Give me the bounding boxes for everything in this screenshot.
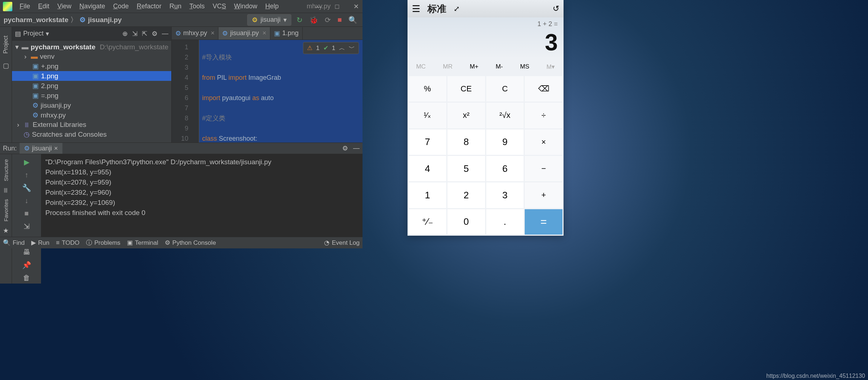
prev-icon[interactable]: ︿: [339, 44, 345, 52]
hide-icon[interactable]: —: [353, 144, 360, 152]
menu-edit[interactable]: Edit: [34, 1, 53, 12]
menu-code[interactable]: Code: [110, 1, 132, 12]
sb-terminal[interactable]: ▣ Terminal: [127, 239, 158, 247]
btn-2[interactable]: 2: [447, 182, 485, 208]
mem-mplus[interactable]: M+: [467, 62, 481, 72]
menu-view[interactable]: View: [54, 1, 75, 12]
toolwindow-icon[interactable]: ▢: [3, 59, 9, 72]
history-icon[interactable]: ↺: [553, 4, 559, 13]
stop-button[interactable]: ■: [23, 208, 30, 219]
breadcrumb[interactable]: pycharm_workstate 〉 ⚙ jisuanji.py: [4, 15, 122, 25]
console-output[interactable]: "D:\Program Files\Python37\python.exe" D…: [41, 154, 363, 284]
sb-problems[interactable]: ⓘ Problems: [86, 239, 120, 247]
btn-c[interactable]: C: [486, 76, 524, 102]
tree-file-jisuanji[interactable]: ⚙jisuanji.py: [12, 100, 171, 110]
expand-all-icon[interactable]: ⇲: [132, 30, 138, 38]
down-button[interactable]: ↓: [23, 195, 30, 206]
dropdown-icon[interactable]: ▾: [46, 30, 49, 38]
sb-find[interactable]: 🔍 Find: [3, 239, 25, 247]
mem-mr[interactable]: MR: [440, 62, 455, 72]
favorites-toolwindow-tab[interactable]: Favorites: [2, 195, 10, 225]
tree-external-libraries[interactable]: › ⫼ External Libraries: [12, 120, 171, 129]
btn-square[interactable]: x²: [447, 103, 485, 128]
tree-file-2-png[interactable]: ▣2.png: [12, 81, 171, 91]
tree-file-mhxy[interactable]: ⚙mhxy.py: [12, 110, 171, 120]
close-tab-icon[interactable]: ×: [211, 29, 215, 37]
btn-sqrt[interactable]: ²√x: [486, 103, 524, 128]
settings-icon[interactable]: ⚙: [152, 30, 157, 38]
tree-project-root[interactable]: ▾ ▬ pycharm_workstate D:\pycharm_worksta…: [12, 42, 171, 52]
menu-run[interactable]: Run: [166, 1, 185, 12]
tree-venv[interactable]: › ▬ venv: [12, 52, 171, 61]
btn-3[interactable]: 3: [486, 182, 524, 208]
btn-1[interactable]: 1: [409, 182, 446, 208]
wrench-button[interactable]: 🔧: [21, 182, 33, 194]
tree-file-eq-png[interactable]: ▣=.png: [12, 91, 171, 100]
editor[interactable]: 1 2 3 4 5 6 7 8 9 10 #导入模块 from PIL impo…: [172, 40, 363, 142]
btn-9[interactable]: 9: [486, 129, 524, 155]
export-button[interactable]: ⇲: [22, 220, 31, 232]
inspection-widget[interactable]: ⚠1 ✔1 ︿ ﹀: [303, 42, 359, 54]
pin-button[interactable]: 📌: [21, 259, 33, 271]
btn-multiply[interactable]: ×: [525, 129, 562, 155]
menu-window[interactable]: Window: [230, 1, 261, 12]
tab-jisuanji[interactable]: ⚙jisuanji.py×: [218, 27, 270, 40]
sb-todo[interactable]: ≡ TODO: [56, 239, 79, 247]
hide-icon[interactable]: —: [162, 30, 168, 38]
run-panel-tab[interactable]: ⚙ jisuanji ×: [20, 143, 62, 154]
breadcrumb-root[interactable]: pycharm_workstate: [4, 16, 68, 24]
btn-equals[interactable]: =: [525, 209, 562, 235]
chevron-right-icon[interactable]: ›: [22, 53, 29, 61]
search-everywhere-button[interactable]: 🔍: [347, 14, 359, 26]
run-configuration-selector[interactable]: ⚙ jisuanji ▾: [247, 14, 291, 26]
sb-eventlog[interactable]: ◔ Event Log: [324, 239, 360, 247]
run-button[interactable]: ↻: [295, 14, 304, 26]
menu-vcs[interactable]: VCS: [209, 1, 230, 12]
btn-5[interactable]: 5: [447, 156, 485, 181]
structure-toolwindow-tab[interactable]: Structure: [2, 156, 10, 185]
btn-divide[interactable]: ÷: [525, 103, 562, 128]
minimize-button[interactable]: —: [314, 2, 323, 11]
trash-button[interactable]: 🗑: [21, 272, 32, 284]
settings-icon[interactable]: ⚙: [342, 144, 348, 152]
keep-on-top-icon[interactable]: ⤢: [454, 4, 460, 13]
btn-ce[interactable]: CE: [447, 76, 485, 102]
chevron-down-icon[interactable]: ▾: [15, 43, 20, 51]
tree-scratches[interactable]: ◷ Scratches and Consoles: [12, 129, 171, 139]
menu-help[interactable]: Help: [262, 1, 282, 12]
btn-4[interactable]: 4: [409, 156, 446, 181]
btn-minus[interactable]: −: [525, 156, 562, 181]
btn-6[interactable]: 6: [486, 156, 524, 181]
mem-mminus[interactable]: M-: [493, 62, 506, 72]
locate-icon[interactable]: ⊕: [122, 30, 128, 38]
project-panel-title[interactable]: Project: [23, 30, 44, 37]
btn-negate[interactable]: ⁺⁄₋: [409, 209, 446, 235]
mem-mc[interactable]: MC: [413, 62, 429, 72]
next-icon[interactable]: ﹀: [349, 44, 355, 52]
tab-1png[interactable]: ▣1.png: [270, 27, 303, 40]
code-content[interactable]: #导入模块 from PIL import ImageGrab import p…: [199, 40, 363, 142]
tree-file-1-png[interactable]: ▣1.png: [12, 71, 171, 81]
mem-ms[interactable]: MS: [517, 62, 532, 72]
mem-mlist[interactable]: M▾: [544, 62, 558, 72]
breadcrumb-file[interactable]: jisuanji.py: [88, 16, 122, 24]
sb-run[interactable]: ▶ Run: [31, 239, 49, 247]
menu-navigate[interactable]: Navigate: [76, 1, 109, 12]
collapse-all-icon[interactable]: ⇱: [142, 30, 147, 38]
close-button[interactable]: ✕: [352, 2, 360, 11]
menu-refactor[interactable]: Refactor: [133, 1, 165, 12]
tab-mhxy[interactable]: ⚙mhxy.py×: [172, 27, 218, 40]
btn-0[interactable]: 0: [447, 209, 485, 235]
stop-button[interactable]: ■: [336, 14, 343, 25]
btn-percent[interactable]: %: [409, 76, 446, 102]
tree-file-plus-png[interactable]: ▣+.png: [12, 61, 171, 71]
menu-tools[interactable]: Tools: [186, 1, 208, 12]
sb-pyconsole[interactable]: ⚙ Python Console: [165, 239, 216, 247]
run-with-coverage-button[interactable]: ⟳: [323, 14, 332, 26]
btn-decimal[interactable]: .: [486, 209, 524, 235]
btn-reciprocal[interactable]: ¹⁄ₓ: [409, 103, 446, 128]
debug-button[interactable]: 🐞: [308, 14, 320, 26]
chevron-right-icon[interactable]: ›: [15, 121, 21, 129]
btn-backspace[interactable]: ⌫: [525, 76, 562, 102]
rerun-button[interactable]: ▶: [22, 156, 31, 168]
